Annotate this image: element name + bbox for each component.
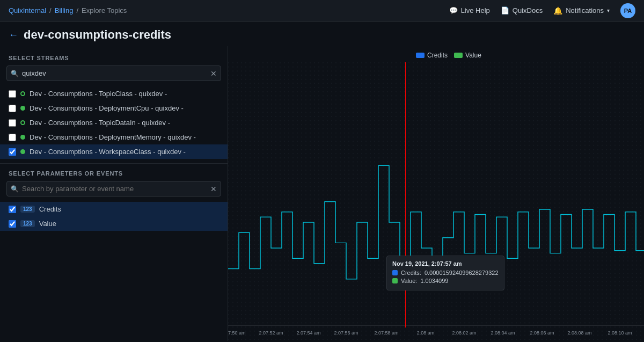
stream-item[interactable]: Dev - Consumptions - TopicClass - quixde… [0, 86, 228, 101]
docs-icon [501, 6, 509, 14]
stream-dot-1 [20, 91, 25, 96]
legend-credits: Credits [416, 52, 448, 59]
params-search-icon: 🔍 [11, 185, 19, 193]
svg-text:2:08:02 am: 2:08:02 am [452, 331, 477, 336]
param-badge-value: 123 [20, 220, 35, 227]
svg-text:2:08:10 am: 2:08:10 am [608, 331, 632, 336]
breadcrumb-quixinternal[interactable]: QuixInternal [9, 6, 46, 14]
page-title: dev-consumptions-credits [24, 28, 171, 42]
live-help-button[interactable]: Live Help [449, 6, 490, 14]
quixdocs-button[interactable]: QuixDocs [501, 6, 543, 14]
param-checkbox-credits[interactable] [9, 206, 16, 213]
main-layout: SELECT STREAMS 🔍 ✕ Dev - Consumptions - … [0, 46, 644, 341]
svg-text:2:08 am: 2:08 am [417, 331, 434, 336]
legend-swatch-value [454, 53, 463, 58]
legend-value: Value [454, 52, 481, 59]
param-list: 123 Credits 123 Value [0, 202, 228, 231]
stream-label-5: Dev - Consumptions - WorkspaceClass - qu… [30, 148, 186, 156]
stream-checkbox-3[interactable] [9, 119, 16, 127]
svg-text:2:07:50 am: 2:07:50 am [228, 331, 245, 336]
stream-dot-4 [20, 135, 25, 140]
svg-text:2:08:06 am: 2:08:06 am [530, 331, 554, 336]
params-search-box: 🔍 ✕ [6, 181, 221, 197]
param-item-credits[interactable]: 123 Credits [0, 202, 228, 216]
stream-dot-2 [20, 106, 25, 111]
param-label-credits: Credits [39, 205, 61, 213]
param-item-value[interactable]: 123 Value [0, 216, 228, 231]
nav-right: Live Help QuixDocs Notifications ▾ PA [449, 3, 635, 18]
stream-item-selected[interactable]: Dev - Consumptions - WorkspaceClass - qu… [0, 144, 228, 159]
svg-text:2:07:52 am: 2:07:52 am [259, 331, 283, 336]
params-search-input[interactable] [6, 181, 221, 197]
params-search-clear[interactable]: ✕ [210, 185, 217, 193]
live-help-label: Live Help [461, 6, 490, 14]
stream-label-4: Dev - Consumptions - DeploymentMemory - … [30, 133, 196, 141]
back-button[interactable]: ← [9, 30, 18, 41]
stream-label-3: Dev - Consumptions - TopicDataIn - quixd… [30, 119, 170, 127]
svg-text:2:07:58 am: 2:07:58 am [375, 331, 399, 336]
svg-text:2:08:04 am: 2:08:04 am [491, 331, 515, 336]
sidebar: SELECT STREAMS 🔍 ✕ Dev - Consumptions - … [0, 46, 228, 341]
notifications-label: Notifications [566, 6, 604, 14]
legend-label-value: Value [465, 52, 481, 59]
legend-swatch-credits [416, 53, 425, 58]
stream-checkbox-4[interactable] [9, 134, 16, 141]
breadcrumb: QuixInternal / Billing / Explore Topics [9, 6, 127, 14]
svg-rect-1 [228, 62, 644, 341]
svg-text:2:08:08 am: 2:08:08 am [568, 331, 592, 336]
stream-dot-3 [20, 120, 25, 125]
title-row: ← dev-consumptions-credits [0, 21, 644, 46]
top-nav: QuixInternal / Billing / Explore Topics … [0, 0, 644, 21]
stream-item[interactable]: Dev - Consumptions - DeploymentMemory - … [0, 130, 228, 144]
help-icon [449, 6, 458, 14]
chevron-down-icon: ▾ [607, 8, 610, 13]
quixdocs-label: QuixDocs [513, 6, 543, 14]
svg-text:2:07:56 am: 2:07:56 am [334, 331, 358, 336]
stream-label-1: Dev - Consumptions - TopicClass - quixde… [30, 90, 167, 98]
chart-legend: Credits Value [416, 52, 481, 59]
param-checkbox-value[interactable] [9, 220, 16, 228]
streams-search-box: 🔍 ✕ [6, 66, 221, 81]
notifications-button[interactable]: Notifications ▾ [553, 6, 610, 15]
legend-label-credits: Credits [427, 52, 448, 59]
chart-area: Credits Value Nov 19, 2021, 2:07:57 am C… [228, 46, 644, 341]
streams-search-clear[interactable]: ✕ [210, 69, 217, 78]
streams-search-input[interactable] [6, 66, 221, 81]
stream-checkbox-5[interactable] [9, 148, 16, 156]
param-label-value: Value [39, 220, 56, 228]
stream-list: Dev - Consumptions - TopicClass - quixde… [0, 86, 228, 159]
stream-label-2: Dev - Consumptions - DeploymentCpu - qui… [30, 104, 184, 112]
streams-section-label: SELECT STREAMS [0, 53, 228, 66]
search-icon: 🔍 [11, 70, 19, 77]
stream-item[interactable]: Dev - Consumptions - TopicDataIn - quixd… [0, 115, 228, 130]
avatar[interactable]: PA [620, 3, 635, 18]
stream-dot-5 [20, 149, 25, 154]
breadcrumb-current: Explore Topics [82, 6, 127, 14]
params-section-label: SELECT PARAMETERS OR EVENTS [0, 168, 228, 181]
stream-checkbox-1[interactable] [9, 90, 16, 98]
svg-text:2:07:54 am: 2:07:54 am [297, 331, 321, 336]
stream-item[interactable]: Dev - Consumptions - DeploymentCpu - qui… [0, 101, 228, 115]
stream-checkbox-2[interactable] [9, 105, 16, 112]
breadcrumb-billing[interactable]: Billing [55, 6, 74, 14]
param-badge-credits: 123 [20, 206, 35, 213]
bell-icon [553, 6, 562, 15]
chart-svg: 2:07:50 am 2:07:52 am 2:07:54 am 2:07:56… [228, 62, 644, 341]
